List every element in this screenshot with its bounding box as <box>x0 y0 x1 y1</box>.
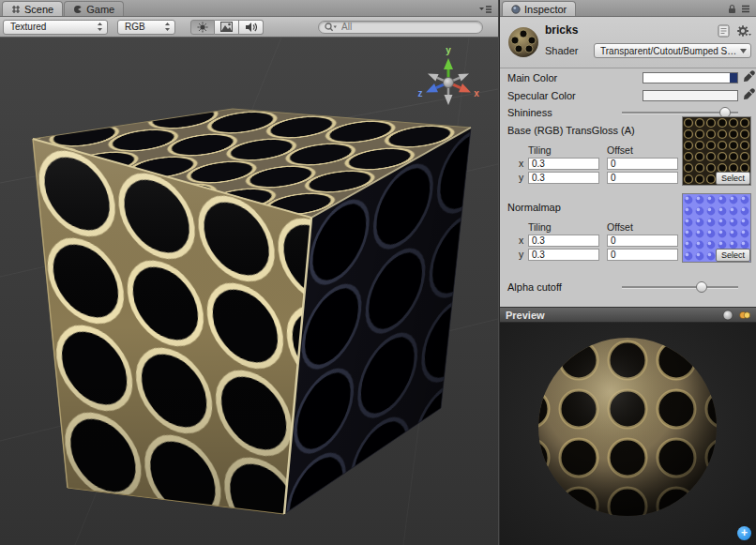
shader-label: Shader <box>545 45 578 56</box>
specular-color-swatch[interactable] <box>643 90 738 101</box>
normal-offset-x-field[interactable] <box>607 235 678 247</box>
x-row-label: x <box>519 235 523 247</box>
normal-tiling-y-field[interactable] <box>528 249 599 261</box>
base-select-button[interactable]: Select <box>716 172 750 185</box>
search-icon <box>325 23 337 32</box>
game-icon <box>73 5 83 14</box>
offset-header: Offset <box>607 221 633 234</box>
material-preview-area[interactable]: + <box>500 323 756 545</box>
gizmo-x-label[interactable]: x <box>474 88 479 98</box>
base-map-label: Base (RGB) TransGloss (A) <box>507 124 635 137</box>
updown-arrow-icon <box>97 22 103 32</box>
gizmo-z-label[interactable]: z <box>418 88 423 98</box>
preview-sphere-render <box>500 323 756 545</box>
y-row-label: y <box>519 249 523 261</box>
eyedropper-icon[interactable] <box>743 88 755 100</box>
help-doc-icon[interactable] <box>718 24 730 38</box>
gizmo-y-label[interactable]: y <box>446 45 451 55</box>
material-name: bricks <box>545 23 578 37</box>
tiling-header: Tiling <box>528 221 552 234</box>
slider-thumb[interactable] <box>696 281 707 293</box>
shininess-label: Shininess <box>507 106 552 119</box>
shader-value: Transparent/Cutout/Bumped Spe <box>600 46 737 56</box>
image-icon <box>220 22 233 32</box>
preview-lighting-button[interactable] <box>739 310 750 321</box>
preview-title: Preview <box>506 310 722 321</box>
tab-scene-label: Scene <box>24 4 53 15</box>
base-offset-x-field[interactable] <box>607 158 678 170</box>
scene-grid-icon <box>11 5 21 14</box>
tab-game-label: Game <box>86 4 114 15</box>
x-row-label: x <box>519 158 523 170</box>
tab-inspector[interactable]: Inspector <box>502 1 576 16</box>
inspector-tabbar: Inspector <box>500 0 756 17</box>
normal-tiling-x-field[interactable] <box>528 235 599 247</box>
inspector-pane: Inspector <box>499 0 756 545</box>
material-header: bricks Shader Transparent/Cutout/Bumped … <box>500 17 756 68</box>
audio-toggle[interactable] <box>239 20 264 35</box>
normalmap-thumbnail[interactable]: Select <box>682 193 751 263</box>
skybox-fx-toggle[interactable] <box>215 20 239 35</box>
speaker-icon <box>245 22 257 33</box>
scene-tabbar: Scene Game <box>0 0 498 17</box>
normal-select-button[interactable]: Select <box>716 249 750 262</box>
tiling-header: Tiling <box>528 144 552 157</box>
eyedropper-icon[interactable] <box>743 70 755 83</box>
scene-view-toggles <box>190 20 264 35</box>
lock-icon[interactable] <box>728 4 736 14</box>
scene-search[interactable] <box>318 21 483 34</box>
base-tiling-y-field[interactable] <box>528 172 599 184</box>
material-inspector: bricks Shader Transparent/Cutout/Bumped … <box>500 17 756 307</box>
render-mode-dropdown[interactable]: RGB <box>117 20 175 35</box>
unity-editor-window: Scene Game Textured <box>0 0 756 545</box>
scene-toolbar: Textured RGB <box>0 17 498 38</box>
panel-menu-icon[interactable] <box>479 5 492 14</box>
search-input[interactable] <box>340 21 476 33</box>
alpha-cutoff-slider[interactable] <box>622 281 738 293</box>
tab-game[interactable]: Game <box>64 1 124 16</box>
material-preview-icon <box>507 24 540 60</box>
sun-icon <box>197 22 208 33</box>
color-detail <box>730 73 737 83</box>
render-mode-label: RGB <box>125 22 160 32</box>
preview-sphere-button[interactable] <box>722 310 733 321</box>
slider-track <box>622 286 738 289</box>
lighting-toggle[interactable] <box>190 20 215 35</box>
tab-inspector-label: Inspector <box>524 4 567 15</box>
draw-mode-label: Textured <box>10 22 93 32</box>
scene-pane: Scene Game Textured <box>0 0 498 545</box>
draw-mode-dropdown[interactable]: Textured <box>3 20 108 35</box>
y-row-label: y <box>519 172 523 184</box>
add-button[interactable]: + <box>737 526 751 540</box>
panel-menu-icon[interactable] <box>741 5 750 13</box>
updown-arrow-icon <box>164 22 171 32</box>
main-color-swatch[interactable] <box>643 72 738 83</box>
inspector-icon <box>511 5 521 14</box>
chevron-down-icon <box>740 49 747 53</box>
alpha-cutoff-label: Alpha cutoff <box>507 280 562 294</box>
base-offset-y-field[interactable] <box>607 172 678 184</box>
specular-color-label: Specular Color <box>507 89 576 102</box>
normalmap-label: Normalmap <box>507 201 561 214</box>
scene-viewport[interactable]: y x z <box>0 38 498 545</box>
main-color-label: Main Color <box>507 71 557 84</box>
normal-offset-y-field[interactable] <box>607 249 678 261</box>
base-tiling-x-field[interactable] <box>528 158 599 170</box>
preview-header[interactable]: Preview <box>500 307 756 323</box>
gear-icon[interactable] <box>736 24 751 38</box>
tab-scene[interactable]: Scene <box>2 1 63 16</box>
shader-dropdown[interactable]: Transparent/Cutout/Bumped Spe <box>594 43 751 58</box>
base-texture-thumbnail[interactable]: Select <box>682 116 751 186</box>
offset-header: Offset <box>607 144 633 157</box>
